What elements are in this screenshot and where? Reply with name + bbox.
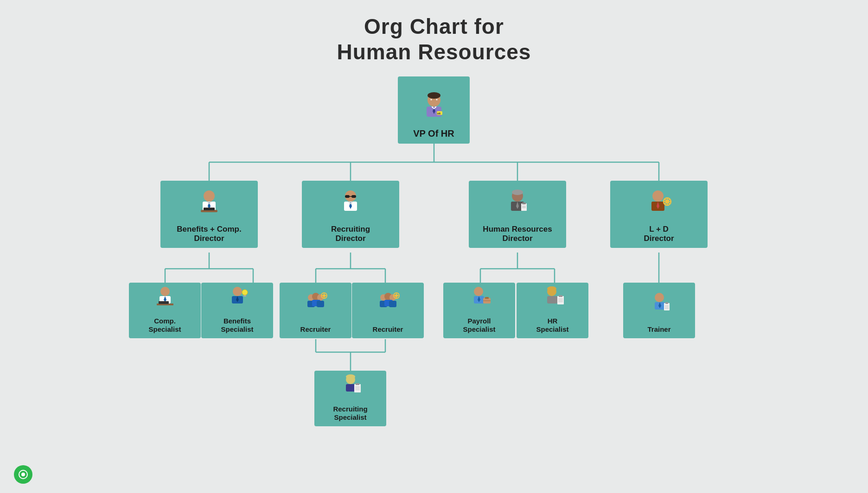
dir4-icon bbox=[640, 186, 677, 223]
spec6-node: HR Specialist bbox=[517, 283, 588, 338]
svg-text:HR: HR bbox=[437, 112, 441, 115]
svg-rect-49 bbox=[521, 203, 527, 211]
title-line1: Org Chart for bbox=[337, 14, 531, 39]
svg-point-70 bbox=[242, 290, 248, 295]
dir2-icon bbox=[332, 186, 369, 223]
dir1-label: Benefits + Comp. Director bbox=[177, 225, 241, 244]
spec5-label: Payroll Specialist bbox=[463, 317, 495, 334]
svg-point-53 bbox=[652, 190, 664, 202]
spec5-node: Payroll Specialist bbox=[443, 283, 515, 338]
dir2-label: Recruiting Director bbox=[331, 225, 370, 244]
spec4-node: Recruiter bbox=[352, 283, 424, 338]
spec2-node: Benefits Specialist bbox=[201, 283, 273, 338]
spec7-node: Trainer bbox=[623, 283, 695, 338]
spec7-icon bbox=[641, 286, 678, 323]
svg-point-99 bbox=[547, 286, 556, 291]
svg-rect-40 bbox=[351, 195, 356, 198]
dir3-label: Human Resources Director bbox=[483, 225, 552, 244]
svg-point-106 bbox=[655, 293, 664, 302]
spec2-icon bbox=[219, 283, 256, 315]
spec6-label: HR Specialist bbox=[536, 317, 568, 334]
svg-rect-50 bbox=[522, 202, 526, 204]
dir4-label: L + D Director bbox=[644, 225, 674, 244]
spec8-label: Recruiting Specialist bbox=[333, 405, 367, 422]
svg-rect-109 bbox=[664, 303, 670, 310]
spec7-label: Trainer bbox=[647, 325, 670, 334]
svg-point-84 bbox=[389, 294, 396, 301]
spec8-node: Recruiting Specialist bbox=[314, 371, 386, 426]
svg-point-26 bbox=[436, 99, 437, 101]
dir2-node: Recruiting Director bbox=[302, 181, 399, 248]
dir4-node: L + D Director bbox=[610, 181, 708, 248]
svg-point-67 bbox=[233, 287, 242, 296]
spec3-icon bbox=[297, 286, 334, 323]
svg-point-24 bbox=[428, 92, 440, 99]
svg-rect-96 bbox=[485, 297, 489, 299]
page-title: Org Chart for Human Resources bbox=[337, 14, 531, 65]
svg-point-115 bbox=[346, 374, 355, 379]
dir3-icon bbox=[499, 186, 536, 223]
svg-point-62 bbox=[160, 287, 170, 296]
svg-rect-71 bbox=[243, 295, 246, 297]
svg-rect-66 bbox=[159, 301, 169, 304]
spec5-icon bbox=[461, 283, 498, 315]
svg-rect-110 bbox=[665, 302, 668, 304]
svg-point-32 bbox=[204, 190, 215, 202]
spec3-label: Recruiter bbox=[300, 325, 331, 334]
dir3-node: Human Resources Director bbox=[469, 181, 566, 248]
bottom-icon[interactable] bbox=[14, 465, 32, 484]
svg-rect-39 bbox=[345, 195, 350, 198]
svg-point-25 bbox=[430, 99, 432, 101]
spec8-icon bbox=[332, 371, 369, 403]
spec1-icon bbox=[147, 283, 184, 315]
spec6-icon bbox=[534, 283, 571, 315]
spec4-icon bbox=[370, 286, 407, 323]
spec1-node: Comp. Specialist bbox=[129, 283, 201, 338]
svg-point-74 bbox=[317, 294, 324, 301]
svg-rect-100 bbox=[547, 296, 557, 303]
svg-rect-77 bbox=[317, 301, 324, 307]
svg-rect-37 bbox=[204, 208, 215, 210]
vp-label: VP Of HR bbox=[413, 128, 454, 139]
spec2-label: Benefits Specialist bbox=[221, 317, 253, 334]
vp-node: HR VP Of HR bbox=[398, 76, 470, 144]
spec3-node: Recruiter bbox=[280, 283, 351, 338]
svg-rect-87 bbox=[389, 301, 396, 307]
spec1-label: Comp. Specialist bbox=[148, 317, 181, 334]
dir1-icon bbox=[191, 186, 228, 223]
spec4-label: Recruiter bbox=[373, 325, 403, 334]
svg-point-92 bbox=[474, 287, 483, 296]
dir1-node: Benefits + Comp. Director bbox=[160, 181, 258, 248]
svg-point-46 bbox=[512, 190, 523, 195]
title-line2: Human Resources bbox=[337, 39, 531, 65]
svg-rect-102 bbox=[559, 295, 562, 297]
svg-rect-118 bbox=[356, 383, 359, 385]
svg-point-123 bbox=[21, 473, 25, 476]
vp-icon: HR bbox=[415, 89, 453, 126]
